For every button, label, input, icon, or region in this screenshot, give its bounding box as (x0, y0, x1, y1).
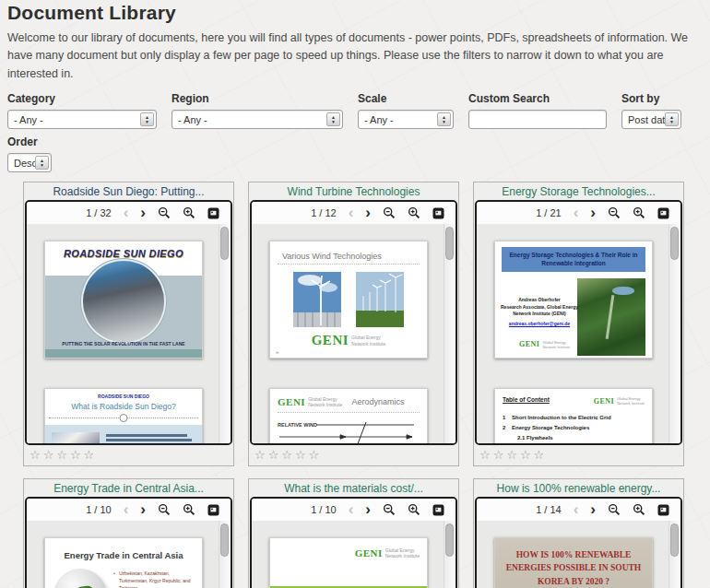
document-grid: Roadside Sun Diego: Putting... 1 / 32 ‹ … (0, 172, 710, 588)
prev-page-icon[interactable]: ‹ (349, 206, 354, 219)
document-title: Energy Trade in Central Asia... (24, 479, 233, 497)
wind-photos (270, 272, 427, 327)
document-title-link[interactable]: Roadside Sun Diego: Putting... (53, 185, 204, 198)
scrollbar-track[interactable] (669, 224, 680, 443)
custom-search-input[interactable] (468, 110, 607, 129)
next-page-icon[interactable]: › (365, 206, 371, 219)
slide-body: Uzbekistan, Kazakhstan, Turkmenistan, Kr… (45, 560, 202, 588)
slide-title: Table of Content (503, 396, 550, 403)
fullscreen-icon[interactable] (432, 504, 444, 516)
document-title-link[interactable]: What is the materials cost/... (284, 482, 423, 495)
zoom-out-icon[interactable] (383, 206, 396, 219)
viewer-toolbar: 1 / 14 ‹ › (477, 499, 680, 521)
scrollbar-track[interactable] (444, 224, 456, 443)
scrollbar-thumb[interactable] (445, 227, 454, 260)
zoom-out-icon[interactable] (383, 503, 396, 516)
prev-page-icon[interactable]: ‹ (574, 502, 579, 516)
scale-select[interactable]: - Any - ▲▼ (358, 110, 454, 129)
document-title-link[interactable]: Energy Trade in Central Asia... (53, 482, 204, 495)
viewer-toolbar: 1 / 12 ‹ › (252, 202, 456, 224)
slide-title: Various Wind Technologies (270, 241, 427, 264)
rating-stars[interactable]: ☆☆☆☆☆ (474, 445, 683, 462)
category-select[interactable]: - Any - ▲▼ (7, 110, 157, 129)
slide-thumbnail: Energy Trade in Central Asia Uzbekistan,… (44, 537, 203, 588)
scrollbar-thumb[interactable] (670, 523, 679, 557)
zoom-out-icon[interactable] (158, 206, 171, 219)
svg-text:RELATIVE WIND: RELATIVE WIND (278, 422, 317, 428)
pumped-storage-photo (577, 278, 645, 356)
zoom-out-icon[interactable] (608, 206, 621, 219)
zoom-in-icon[interactable] (408, 206, 420, 219)
slide-thumbnail: GENI Global EnergyNetwork Institute What… (269, 537, 428, 588)
pdf-viewer: 1 / 10 ‹ › Energy Trade in Central Asia (25, 497, 232, 588)
custom-search-group: Custom Search (468, 92, 607, 129)
scrollbar-thumb[interactable] (670, 227, 679, 260)
zoom-out-icon[interactable] (608, 503, 621, 516)
next-page-icon[interactable]: › (140, 206, 146, 219)
zoom-in-icon[interactable] (633, 503, 645, 516)
zoom-in-icon[interactable] (183, 503, 195, 516)
document-title-link[interactable]: How is 100% renewable energy... (497, 482, 661, 495)
region-select[interactable]: - Any - ▲▼ (172, 110, 343, 129)
page-indicator: 1 / 14 (536, 504, 562, 515)
order-label: Order (7, 135, 703, 148)
preview-scroll-area[interactable]: GENI Global EnergyNetwork Institute What… (252, 521, 456, 588)
sort-by-select[interactable]: Post date ▲▼ (621, 110, 681, 129)
document-title-link[interactable]: Wind Turbine Technologies (288, 185, 420, 198)
scrollbar-thumb[interactable] (445, 523, 454, 557)
zoom-in-icon[interactable] (633, 206, 645, 219)
scrollbar-track[interactable] (444, 521, 456, 588)
slide-title: HOW IS 100% RENEWABLE ENERGIES POSSIBLE … (495, 538, 652, 588)
fullscreen-icon[interactable] (657, 504, 669, 516)
page-indicator: 1 / 21 (536, 207, 562, 218)
scrollbar-track[interactable] (669, 521, 680, 588)
scrollbar-track[interactable] (219, 521, 231, 588)
slide-list: ROADSIDE SUN DIEGO PUTTING THE SOLAR REV… (27, 224, 231, 443)
rating-stars[interactable]: ☆☆☆☆☆ (249, 445, 458, 462)
toc-item: 2.1Flywheels (503, 433, 645, 443)
zoom-in-icon[interactable] (408, 503, 420, 516)
next-page-icon[interactable]: › (140, 502, 146, 516)
geni-logo-text: GENI (278, 396, 305, 407)
fullscreen-icon[interactable] (207, 207, 219, 219)
prev-page-icon[interactable]: ‹ (124, 206, 129, 219)
next-page-icon[interactable]: › (365, 502, 371, 516)
zoom-in-icon[interactable] (183, 206, 195, 219)
document-title: How is 100% renewable energy... (474, 479, 683, 497)
scrollbar-track[interactable] (219, 224, 231, 443)
geni-logo-text: GENI (355, 547, 383, 559)
prev-page-icon[interactable]: ‹ (349, 502, 354, 516)
pdf-viewer: 1 / 21 ‹ › Energy Storage Technologies &… (475, 200, 682, 445)
prev-page-icon[interactable]: ‹ (124, 502, 129, 516)
order-select-value: Desc (14, 158, 37, 169)
preview-scroll-area[interactable]: ROADSIDE SUN DIEGO PUTTING THE SOLAR REV… (27, 224, 231, 443)
pdf-viewer: 1 / 14 ‹ › HOW IS 100% RENEWABLE ENERGIE… (475, 497, 682, 588)
geni-logo: GENI Global EnergyNetwork Institute (278, 396, 342, 408)
slide-title: ROADSIDE SUN DIEGO (45, 241, 202, 259)
author-role: Research Associate, Global Energy Networ… (501, 304, 578, 317)
order-select[interactable]: Desc ▲▼ (7, 153, 52, 172)
slide-header-row: Table of Content GENI Global EnergyNetwo… (503, 396, 645, 406)
select-arrows-icon: ▲▼ (326, 112, 340, 126)
fullscreen-icon[interactable] (207, 504, 219, 516)
select-arrows-icon: ▲▼ (140, 112, 154, 126)
next-page-icon[interactable]: › (590, 206, 596, 219)
author-name: Andreas Oberhofer (518, 297, 561, 302)
wind-farm-photo (356, 272, 404, 327)
zoom-out-icon[interactable] (158, 503, 171, 516)
rating-stars[interactable]: ☆☆☆☆☆ (24, 445, 233, 462)
fullscreen-icon[interactable] (432, 207, 444, 219)
document-title-link[interactable]: Energy Storage Technologies... (502, 185, 656, 198)
scrollbar-thumb[interactable] (220, 523, 229, 557)
document-card: How is 100% renewable energy... 1 / 14 ‹… (473, 478, 684, 588)
geni-logo: GENI Global EnergyNetwork Institute (270, 333, 427, 348)
prev-page-icon[interactable]: ‹ (574, 206, 579, 219)
preview-scroll-area[interactable]: HOW IS 100% RENEWABLE ENERGIES POSSIBLE … (477, 521, 680, 588)
fullscreen-icon[interactable] (657, 207, 669, 219)
scrollbar-thumb[interactable] (220, 227, 229, 260)
preview-scroll-area[interactable]: Energy Trade in Central Asia Uzbekistan,… (27, 521, 231, 588)
preview-scroll-area[interactable]: Energy Storage Technologies & Their Role… (477, 224, 680, 443)
region-select-value: - Any - (178, 114, 207, 125)
next-page-icon[interactable]: › (590, 502, 596, 516)
preview-scroll-area[interactable]: Various Wind Technologies (252, 224, 456, 443)
